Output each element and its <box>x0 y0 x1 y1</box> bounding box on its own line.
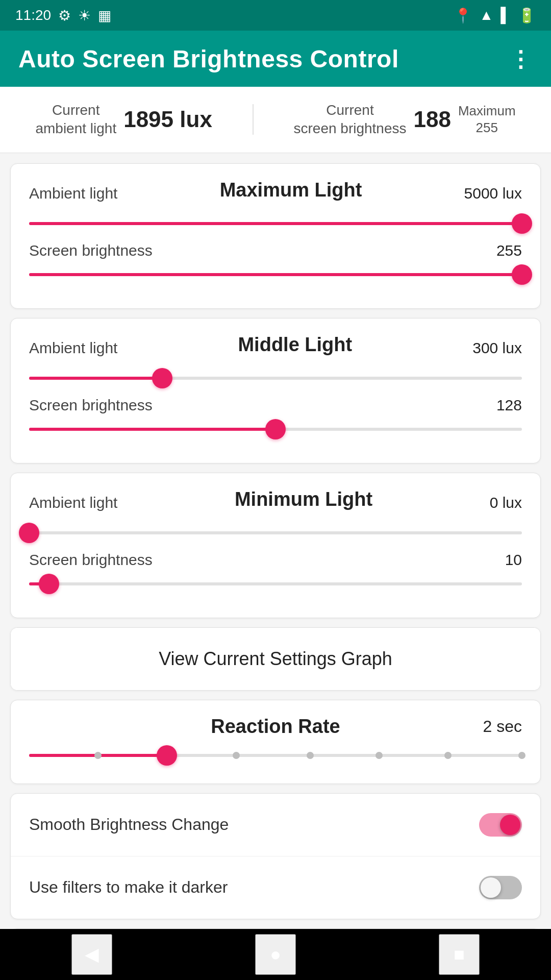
max-ambient-value: 5000 lux <box>464 185 522 202</box>
location-icon: 📍 <box>454 7 472 24</box>
max-brightness-label: Screen brightness <box>29 242 153 259</box>
wifi-icon: ▲ <box>479 7 493 23</box>
recent-button[interactable]: ■ <box>439 934 480 975</box>
smooth-brightness-knob <box>500 815 520 835</box>
mid-ambient-value: 300 lux <box>472 339 522 357</box>
max-ambient-slider[interactable] <box>29 212 522 235</box>
ambient-value: 1895 lux <box>123 107 212 132</box>
main-content: Ambient light Maximum Light 5000 lux Scr… <box>0 153 551 980</box>
view-graph-button[interactable]: View Current Settings Graph <box>11 628 540 690</box>
min-ambient-label: Ambient light <box>29 494 117 511</box>
back-button[interactable]: ◀ <box>71 934 112 975</box>
middle-light-card: Ambient light Middle Light 300 lux Scree… <box>10 318 541 463</box>
mid-ambient-label: Ambient light <box>29 339 117 357</box>
use-filters-toggle[interactable] <box>479 876 522 899</box>
mid-brightness-slider[interactable] <box>29 418 522 440</box>
smooth-brightness-label: Smooth Brightness Change <box>29 815 229 834</box>
reaction-rate-value: 2 sec <box>358 717 522 736</box>
status-divider <box>253 104 254 135</box>
toggle-settings-card: Smooth Brightness Change Use filters to … <box>10 793 541 919</box>
status-bar-left: 11:20 ⚙ ☀ ▦ <box>15 7 111 24</box>
settings-icon: ⚙ <box>58 7 71 24</box>
use-filters-row: Use filters to make it darker <box>11 856 540 919</box>
max-brightness-value: 255 <box>496 242 522 259</box>
status-time: 11:20 <box>15 7 51 23</box>
reaction-rate-slider[interactable] <box>29 743 522 768</box>
status-bar-right: 📍 ▲ ▌ 🔋 <box>454 7 536 24</box>
more-menu-button[interactable]: ⋮ <box>509 46 533 72</box>
brightness-label: Currentscreen brightness <box>293 101 406 138</box>
min-light-title: Minimum Light <box>235 488 372 510</box>
app-title: Auto Screen Brightness Control <box>18 45 399 73</box>
status-row: Currentambient light 1895 lux Currentscr… <box>0 87 551 153</box>
brightness-status: Currentscreen brightness 188 Maximum255 <box>293 101 515 138</box>
brightness-icon: ☀ <box>78 7 91 24</box>
mid-ambient-slider[interactable] <box>29 367 522 389</box>
use-filters-knob <box>481 877 501 898</box>
status-bar: 11:20 ⚙ ☀ ▦ 📍 ▲ ▌ 🔋 <box>0 0 551 31</box>
max-ambient-label: Ambient light <box>29 185 117 202</box>
min-ambient-value: 0 lux <box>490 494 522 511</box>
signal-icon: ▌ <box>500 7 511 23</box>
ambient-status: Currentambient light 1895 lux <box>35 101 212 138</box>
use-filters-label: Use filters to make it darker <box>29 878 228 897</box>
smooth-brightness-toggle[interactable] <box>479 813 522 837</box>
mid-light-title: Middle Light <box>238 334 352 356</box>
view-graph-card: View Current Settings Graph <box>10 627 541 691</box>
sd-icon: ▦ <box>98 7 111 24</box>
reaction-rate-card: Reaction Rate 2 sec <box>10 700 541 784</box>
min-ambient-slider[interactable] <box>29 522 522 544</box>
brightness-value: 188 <box>414 107 451 132</box>
ambient-label: Currentambient light <box>35 101 116 138</box>
reaction-rate-title: Reaction Rate <box>193 716 358 738</box>
mid-brightness-value: 128 <box>496 397 522 414</box>
bottom-nav: ◀ ● ■ <box>0 929 551 980</box>
min-brightness-value: 10 <box>505 551 522 569</box>
max-brightness-slider[interactable] <box>29 263 522 286</box>
battery-icon: 🔋 <box>518 7 536 24</box>
min-brightness-label: Screen brightness <box>29 551 153 569</box>
smooth-brightness-row: Smooth Brightness Change <box>11 794 540 856</box>
home-button[interactable]: ● <box>255 934 296 975</box>
maximum-light-card: Ambient light Maximum Light 5000 lux Scr… <box>10 163 541 309</box>
reaction-header: Reaction Rate 2 sec <box>29 716 522 738</box>
mid-brightness-label: Screen brightness <box>29 397 153 414</box>
min-brightness-slider[interactable] <box>29 573 522 595</box>
app-bar: Auto Screen Brightness Control ⋮ <box>0 31 551 87</box>
max-light-title: Maximum Light <box>220 179 362 201</box>
minimum-light-card: Ambient light Minimum Light 0 lux Screen… <box>10 473 541 618</box>
max-label: Maximum255 <box>458 103 516 137</box>
